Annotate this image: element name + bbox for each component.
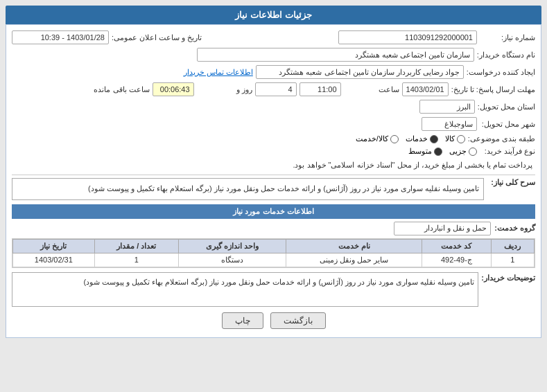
cell-name: سایر حمل ونقل زمینی bbox=[286, 253, 422, 267]
cell-tedad: 1 bbox=[94, 253, 178, 267]
cell-tarikh: 1403/02/31 bbox=[13, 253, 95, 267]
cell-vahed: دستگاه bbox=[178, 253, 286, 267]
shahr-value: ساوجبلاغ bbox=[422, 117, 477, 131]
nooe-farayand-radio-group: جزیی متوسط bbox=[408, 147, 477, 156]
button-row: بازگشت چاپ bbox=[12, 312, 535, 332]
radio-joozi[interactable]: جزیی bbox=[449, 147, 477, 156]
radio-motavasset[interactable]: متوسط bbox=[408, 147, 442, 156]
note-text: پرداخت تمام یا بخشی از مبلغ خرید، از محل… bbox=[290, 159, 535, 171]
shahr-label: شهر محل تحویل: bbox=[480, 120, 535, 129]
col-tarikh: تاریخ نیاز bbox=[13, 239, 95, 253]
tarikh-value: 1403/01/28 - 10:39 bbox=[12, 30, 109, 44]
mohlat-label: مهلت ارسال پاسخ: تا تاریخ: bbox=[451, 85, 535, 94]
radio-khadamat-circle bbox=[430, 135, 438, 143]
radio-kala-circle bbox=[457, 135, 465, 143]
col-vahed: واحد اندازه گیری bbox=[178, 239, 286, 253]
tabaqe-radio-group: کالا خدمات کالا/خدمت bbox=[356, 134, 465, 143]
table-row: 1ج-49-492سایر حمل ونقل زمینیدستگاه11403/… bbox=[13, 253, 535, 267]
shomara-value: 1103091292000001 bbox=[338, 30, 477, 44]
page-title: جزئیات اطلاعات نیاز bbox=[6, 6, 541, 24]
rooz-label: روز و bbox=[197, 85, 252, 94]
group-value: حمل و نقل و انباردار bbox=[394, 222, 491, 235]
radio-joozi-circle bbox=[469, 148, 477, 156]
back-button[interactable]: بازگشت bbox=[270, 312, 326, 329]
shomara-label: شماره نیاز: bbox=[480, 33, 535, 42]
radio-kala-khadamat-label: کالا/خدمت bbox=[356, 134, 388, 143]
radio-kala-khadamat-circle bbox=[390, 135, 399, 143]
tarikh-label: تاریخ و ساعت اعلان عمومی: bbox=[112, 33, 202, 42]
cell-code: ج-49-492 bbox=[422, 253, 492, 267]
nooe-farayand-label: نوع فرآیند خرید: bbox=[480, 147, 535, 156]
buyer-desc-label: توضیحات خریدار: bbox=[481, 272, 535, 283]
kharidar-label: نام دستگاه خریدار: bbox=[477, 51, 535, 60]
ostan-label: استان محل تحویل: bbox=[478, 103, 535, 112]
col-name: نام خدمت bbox=[286, 239, 422, 253]
mohlat-saat: 11:00 bbox=[299, 82, 341, 96]
mohlat-date: 1403/02/01 bbox=[402, 82, 449, 96]
radio-motavasset-label: متوسط bbox=[408, 147, 432, 156]
radio-kala-khadamat[interactable]: کالا/خدمت bbox=[356, 134, 399, 143]
ettelaat-khadamat-header: اطلاعات خدمات مورد نیاز bbox=[12, 204, 535, 219]
sarh-koli-label: سرح کلی نیاز: bbox=[487, 178, 535, 187]
mohlat-saat-mande-value: 00:06:43 bbox=[153, 82, 194, 96]
radio-kala[interactable]: کالا bbox=[445, 134, 465, 143]
saat-label: ساعت bbox=[344, 85, 399, 94]
kharidar-value: سازمان تامین اجتماعی شعبه هشتگرد bbox=[197, 48, 474, 62]
radio-kala-label: کالا bbox=[445, 134, 455, 143]
radio-khadamat-label: خدمات bbox=[406, 134, 428, 143]
cell-radif: 1 bbox=[491, 253, 534, 267]
tamas-link[interactable]: اطلاعات تماس خریدار bbox=[184, 68, 253, 77]
group-label: گروه خدمت: bbox=[494, 224, 535, 233]
ijad-value: جواد رضایی کاربردار سازمان تامین اجتماعی… bbox=[256, 65, 464, 79]
col-radif: ردیف bbox=[491, 239, 534, 253]
buyer-desc-text: تامین وسیله نقلیه سواری مورد نیاز در روز… bbox=[12, 272, 478, 307]
sarh-koli-description: تامین وسیله نقلیه سواری مورد نیاز در روز… bbox=[12, 178, 484, 200]
tabaqe-label: طبقه بندی موضوعی: bbox=[468, 134, 535, 143]
radio-motavasset-circle bbox=[434, 148, 442, 156]
col-code: کد خدمت bbox=[422, 239, 492, 253]
radio-khadamat[interactable]: خدمات bbox=[406, 134, 438, 143]
radio-joozi-label: جزیی bbox=[449, 147, 467, 156]
print-button[interactable]: چاپ bbox=[222, 312, 263, 329]
ostan-value: البرز bbox=[419, 100, 475, 114]
col-tedad: تعداد / مقدار bbox=[94, 239, 178, 253]
saat-mande-label: ساعت باقی مانده bbox=[94, 85, 149, 94]
ijad-label: ایجاد کننده درخواست: bbox=[467, 68, 535, 77]
mohlat-rooz-value: 4 bbox=[255, 82, 297, 96]
khadamat-table: ردیف کد خدمت نام خدمت واحد اندازه گیری ت… bbox=[12, 239, 535, 267]
